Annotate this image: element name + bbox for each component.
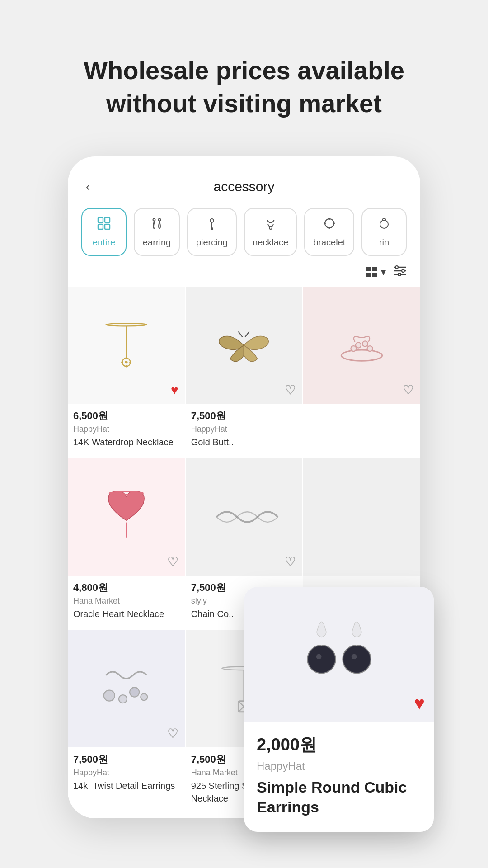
product-image-p6: ♡ [68, 630, 185, 747]
product-name-p1: 14K Waterdrop Necklace [73, 436, 179, 448]
svg-point-29 [125, 361, 127, 364]
filter-button[interactable] [393, 265, 407, 280]
svg-point-8 [269, 226, 272, 229]
svg-point-5 [159, 218, 161, 221]
product-seller-p1: HappyHat [73, 425, 179, 434]
floating-product-name: Simple Round Cubic Earrings [257, 777, 421, 817]
tab-ring[interactable]: rin [361, 208, 407, 256]
product-card-p2[interactable]: ♡ 7,500원 HappyHat Gold Butt... [186, 287, 303, 458]
floating-product-seller: HappyHat [257, 760, 421, 773]
product-price-p4: 4,800원 [73, 581, 179, 594]
tab-bracelet-label: bracelet [313, 237, 345, 248]
svg-point-33 [125, 365, 127, 368]
svg-point-55 [316, 654, 321, 659]
svg-point-57 [343, 646, 370, 673]
svg-point-15 [324, 222, 326, 224]
back-button[interactable]: ‹ [86, 179, 90, 194]
tab-earring[interactable]: earring [134, 208, 180, 256]
floating-product-price: 2,000원 [257, 733, 421, 756]
phone-header: ‹ accessory [68, 170, 420, 203]
floating-wishlist-button[interactable]: ♥ [414, 693, 425, 713]
svg-point-58 [351, 654, 357, 659]
page-title: accessory [213, 179, 274, 194]
floating-product-image: ♥ [244, 587, 434, 722]
svg-point-27 [106, 324, 147, 326]
tab-piercing[interactable]: piercing [187, 208, 236, 256]
product-card-p3[interactable]: ♡ [303, 287, 420, 458]
tab-earring-label: earring [143, 237, 171, 248]
necklace-icon [263, 216, 278, 234]
product-image-p3: ♡ [303, 287, 420, 404]
svg-point-40 [351, 346, 357, 351]
svg-rect-19 [366, 273, 371, 277]
tab-ring-label: rin [379, 237, 389, 248]
svg-point-36 [341, 350, 382, 361]
grid-icon [97, 216, 111, 234]
svg-point-24 [395, 266, 398, 269]
product-card-p1[interactable]: ♥ 6,500원 HappyHat 14K Waterdrop Necklace [68, 287, 185, 458]
product-info-p3 [303, 404, 420, 420]
svg-point-13 [333, 222, 335, 224]
svg-point-14 [328, 227, 330, 229]
svg-point-39 [367, 346, 373, 351]
svg-rect-20 [372, 273, 377, 277]
svg-line-9 [268, 224, 269, 227]
svg-rect-1 [105, 217, 110, 222]
product-seller-p4: Hana Market [73, 596, 179, 606]
svg-point-38 [362, 341, 368, 347]
svg-rect-2 [98, 224, 103, 229]
wishlist-button-p2[interactable]: ♡ [285, 382, 296, 397]
product-price-p2: 7,500원 [191, 409, 297, 423]
svg-line-34 [239, 332, 243, 337]
svg-point-43 [119, 695, 127, 703]
tab-bracelet[interactable]: bracelet [304, 208, 354, 256]
svg-line-35 [245, 332, 249, 337]
category-tabs: entire earring [68, 203, 420, 265]
grid-controls: ▾ [68, 265, 420, 287]
tab-entire[interactable]: entire [81, 208, 127, 256]
product-seller-p2: HappyHat [191, 425, 297, 434]
svg-point-30 [121, 361, 123, 363]
svg-point-26 [398, 273, 401, 276]
svg-point-11 [325, 219, 334, 228]
svg-point-32 [125, 357, 127, 359]
product-image-p4: ♡ [68, 458, 185, 576]
grid-view-button[interactable]: ▾ [366, 266, 386, 278]
wishlist-button-p6[interactable]: ♡ [167, 726, 178, 741]
wishlist-button-p4[interactable]: ♡ [167, 554, 178, 569]
tab-entire-label: entire [93, 237, 115, 248]
svg-line-10 [272, 224, 273, 227]
product-info-p2: 7,500원 HappyHat Gold Butt... [186, 404, 303, 458]
product-seller-p6: HappyHat [73, 768, 179, 778]
svg-point-31 [129, 361, 131, 363]
ring-icon [377, 216, 391, 234]
phone-wrapper: ‹ accessory entire [68, 156, 420, 818]
floating-product-card[interactable]: ♥ 2,000원 HappyHat Simple Round Cubic Ear… [244, 587, 434, 831]
svg-point-4 [153, 218, 155, 221]
product-card-p6[interactable]: ♡ 7,500원 HappyHat 14k, Twist Detail Earr… [68, 630, 185, 814]
earring-icon [150, 216, 164, 234]
svg-point-42 [104, 690, 115, 701]
svg-point-54 [308, 646, 335, 673]
svg-point-44 [130, 687, 139, 697]
svg-point-12 [328, 218, 330, 220]
svg-rect-0 [98, 217, 103, 222]
wishlist-button-p1[interactable]: ♥ [171, 383, 178, 397]
product-image-empty [303, 458, 420, 576]
wishlist-button-p3[interactable]: ♡ [403, 382, 414, 397]
grid-dropdown-arrow: ▾ [381, 266, 386, 278]
svg-rect-3 [105, 224, 110, 229]
tab-necklace-label: necklace [253, 237, 288, 248]
tab-necklace[interactable]: necklace [244, 208, 297, 256]
product-name-p4: Oracle Heart Necklace [73, 608, 179, 620]
product-info-p1: 6,500원 HappyHat 14K Waterdrop Necklace [68, 404, 185, 458]
svg-point-6 [210, 219, 214, 222]
svg-rect-18 [372, 267, 377, 271]
svg-point-45 [141, 693, 147, 700]
product-name-p2: Gold Butt... [191, 436, 297, 448]
svg-rect-17 [366, 267, 371, 271]
wishlist-button-p5[interactable]: ♡ [285, 554, 296, 569]
bracelet-icon [322, 216, 337, 234]
hero-text: Wholesale prices available without visit… [56, 54, 432, 120]
product-card-p4[interactable]: ♡ 4,800원 Hana Market Oracle Heart Neckla… [68, 458, 185, 629]
